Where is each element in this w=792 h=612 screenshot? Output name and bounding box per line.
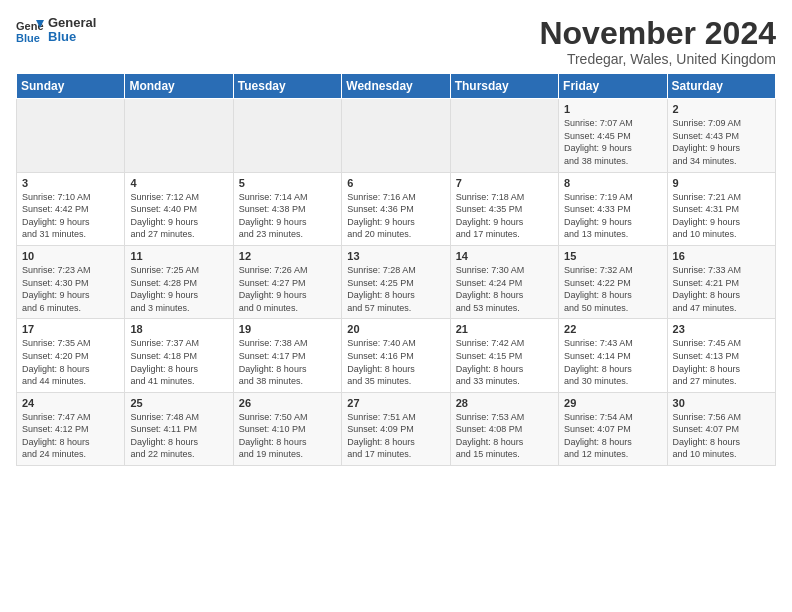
day-number: 11: [130, 250, 227, 262]
day-info: Sunrise: 7:12 AM Sunset: 4:40 PM Dayligh…: [130, 191, 227, 241]
week-row-4: 17Sunrise: 7:35 AM Sunset: 4:20 PM Dayli…: [17, 319, 776, 392]
day-info: Sunrise: 7:38 AM Sunset: 4:17 PM Dayligh…: [239, 337, 336, 387]
day-cell: 7Sunrise: 7:18 AM Sunset: 4:35 PM Daylig…: [450, 172, 558, 245]
day-number: 25: [130, 397, 227, 409]
day-number: 26: [239, 397, 336, 409]
day-cell: 19Sunrise: 7:38 AM Sunset: 4:17 PM Dayli…: [233, 319, 341, 392]
day-cell: 22Sunrise: 7:43 AM Sunset: 4:14 PM Dayli…: [559, 319, 667, 392]
header: General Blue General Blue November 2024 …: [16, 16, 776, 67]
day-info: Sunrise: 7:50 AM Sunset: 4:10 PM Dayligh…: [239, 411, 336, 461]
day-number: 30: [673, 397, 770, 409]
day-info: Sunrise: 7:30 AM Sunset: 4:24 PM Dayligh…: [456, 264, 553, 314]
day-info: Sunrise: 7:42 AM Sunset: 4:15 PM Dayligh…: [456, 337, 553, 387]
day-info: Sunrise: 7:16 AM Sunset: 4:36 PM Dayligh…: [347, 191, 444, 241]
day-info: Sunrise: 7:51 AM Sunset: 4:09 PM Dayligh…: [347, 411, 444, 461]
logo-icon: General Blue: [16, 16, 44, 44]
day-info: Sunrise: 7:47 AM Sunset: 4:12 PM Dayligh…: [22, 411, 119, 461]
day-cell: 20Sunrise: 7:40 AM Sunset: 4:16 PM Dayli…: [342, 319, 450, 392]
day-number: 6: [347, 177, 444, 189]
day-info: Sunrise: 7:18 AM Sunset: 4:35 PM Dayligh…: [456, 191, 553, 241]
calendar: SundayMondayTuesdayWednesdayThursdayFrid…: [16, 73, 776, 466]
day-cell: 6Sunrise: 7:16 AM Sunset: 4:36 PM Daylig…: [342, 172, 450, 245]
day-cell: 3Sunrise: 7:10 AM Sunset: 4:42 PM Daylig…: [17, 172, 125, 245]
day-cell: 17Sunrise: 7:35 AM Sunset: 4:20 PM Dayli…: [17, 319, 125, 392]
day-info: Sunrise: 7:54 AM Sunset: 4:07 PM Dayligh…: [564, 411, 661, 461]
day-cell: 14Sunrise: 7:30 AM Sunset: 4:24 PM Dayli…: [450, 245, 558, 318]
col-header-sunday: Sunday: [17, 74, 125, 99]
day-number: 12: [239, 250, 336, 262]
day-cell: 18Sunrise: 7:37 AM Sunset: 4:18 PM Dayli…: [125, 319, 233, 392]
day-cell: 24Sunrise: 7:47 AM Sunset: 4:12 PM Dayli…: [17, 392, 125, 465]
logo: General Blue General Blue: [16, 16, 96, 45]
day-cell: 29Sunrise: 7:54 AM Sunset: 4:07 PM Dayli…: [559, 392, 667, 465]
day-cell: 26Sunrise: 7:50 AM Sunset: 4:10 PM Dayli…: [233, 392, 341, 465]
day-cell: 15Sunrise: 7:32 AM Sunset: 4:22 PM Dayli…: [559, 245, 667, 318]
day-number: 21: [456, 323, 553, 335]
day-cell: 23Sunrise: 7:45 AM Sunset: 4:13 PM Dayli…: [667, 319, 775, 392]
location: Tredegar, Wales, United Kingdom: [539, 51, 776, 67]
col-header-thursday: Thursday: [450, 74, 558, 99]
day-cell: 11Sunrise: 7:25 AM Sunset: 4:28 PM Dayli…: [125, 245, 233, 318]
day-info: Sunrise: 7:56 AM Sunset: 4:07 PM Dayligh…: [673, 411, 770, 461]
day-cell: 25Sunrise: 7:48 AM Sunset: 4:11 PM Dayli…: [125, 392, 233, 465]
day-info: Sunrise: 7:28 AM Sunset: 4:25 PM Dayligh…: [347, 264, 444, 314]
day-cell: 30Sunrise: 7:56 AM Sunset: 4:07 PM Dayli…: [667, 392, 775, 465]
day-number: 10: [22, 250, 119, 262]
day-number: 27: [347, 397, 444, 409]
day-cell: 8Sunrise: 7:19 AM Sunset: 4:33 PM Daylig…: [559, 172, 667, 245]
day-cell: [233, 99, 341, 172]
day-cell: 5Sunrise: 7:14 AM Sunset: 4:38 PM Daylig…: [233, 172, 341, 245]
day-cell: 16Sunrise: 7:33 AM Sunset: 4:21 PM Dayli…: [667, 245, 775, 318]
day-info: Sunrise: 7:25 AM Sunset: 4:28 PM Dayligh…: [130, 264, 227, 314]
day-cell: 21Sunrise: 7:42 AM Sunset: 4:15 PM Dayli…: [450, 319, 558, 392]
day-info: Sunrise: 7:33 AM Sunset: 4:21 PM Dayligh…: [673, 264, 770, 314]
day-info: Sunrise: 7:32 AM Sunset: 4:22 PM Dayligh…: [564, 264, 661, 314]
day-info: Sunrise: 7:21 AM Sunset: 4:31 PM Dayligh…: [673, 191, 770, 241]
day-number: 17: [22, 323, 119, 335]
day-number: 1: [564, 103, 661, 115]
col-header-saturday: Saturday: [667, 74, 775, 99]
day-number: 2: [673, 103, 770, 115]
day-info: Sunrise: 7:48 AM Sunset: 4:11 PM Dayligh…: [130, 411, 227, 461]
day-info: Sunrise: 7:26 AM Sunset: 4:27 PM Dayligh…: [239, 264, 336, 314]
day-number: 5: [239, 177, 336, 189]
day-cell: 27Sunrise: 7:51 AM Sunset: 4:09 PM Dayli…: [342, 392, 450, 465]
day-number: 24: [22, 397, 119, 409]
day-number: 13: [347, 250, 444, 262]
day-cell: 28Sunrise: 7:53 AM Sunset: 4:08 PM Dayli…: [450, 392, 558, 465]
day-cell: [342, 99, 450, 172]
week-row-1: 1Sunrise: 7:07 AM Sunset: 4:45 PM Daylig…: [17, 99, 776, 172]
day-number: 22: [564, 323, 661, 335]
day-number: 23: [673, 323, 770, 335]
day-info: Sunrise: 7:53 AM Sunset: 4:08 PM Dayligh…: [456, 411, 553, 461]
day-info: Sunrise: 7:45 AM Sunset: 4:13 PM Dayligh…: [673, 337, 770, 387]
day-cell: [17, 99, 125, 172]
day-info: Sunrise: 7:43 AM Sunset: 4:14 PM Dayligh…: [564, 337, 661, 387]
day-cell: [125, 99, 233, 172]
col-header-wednesday: Wednesday: [342, 74, 450, 99]
logo-line2: Blue: [48, 30, 96, 44]
day-cell: 12Sunrise: 7:26 AM Sunset: 4:27 PM Dayli…: [233, 245, 341, 318]
day-number: 7: [456, 177, 553, 189]
day-info: Sunrise: 7:07 AM Sunset: 4:45 PM Dayligh…: [564, 117, 661, 167]
day-number: 20: [347, 323, 444, 335]
day-cell: 4Sunrise: 7:12 AM Sunset: 4:40 PM Daylig…: [125, 172, 233, 245]
week-row-5: 24Sunrise: 7:47 AM Sunset: 4:12 PM Dayli…: [17, 392, 776, 465]
day-number: 9: [673, 177, 770, 189]
title-block: November 2024 Tredegar, Wales, United Ki…: [539, 16, 776, 67]
day-info: Sunrise: 7:23 AM Sunset: 4:30 PM Dayligh…: [22, 264, 119, 314]
logo-line1: General: [48, 16, 96, 30]
day-number: 14: [456, 250, 553, 262]
month-title: November 2024: [539, 16, 776, 51]
day-info: Sunrise: 7:37 AM Sunset: 4:18 PM Dayligh…: [130, 337, 227, 387]
day-cell: [450, 99, 558, 172]
day-cell: 9Sunrise: 7:21 AM Sunset: 4:31 PM Daylig…: [667, 172, 775, 245]
day-number: 8: [564, 177, 661, 189]
svg-text:Blue: Blue: [16, 32, 40, 44]
day-cell: 13Sunrise: 7:28 AM Sunset: 4:25 PM Dayli…: [342, 245, 450, 318]
week-row-3: 10Sunrise: 7:23 AM Sunset: 4:30 PM Dayli…: [17, 245, 776, 318]
calendar-header-row: SundayMondayTuesdayWednesdayThursdayFrid…: [17, 74, 776, 99]
day-number: 3: [22, 177, 119, 189]
day-number: 15: [564, 250, 661, 262]
day-number: 16: [673, 250, 770, 262]
